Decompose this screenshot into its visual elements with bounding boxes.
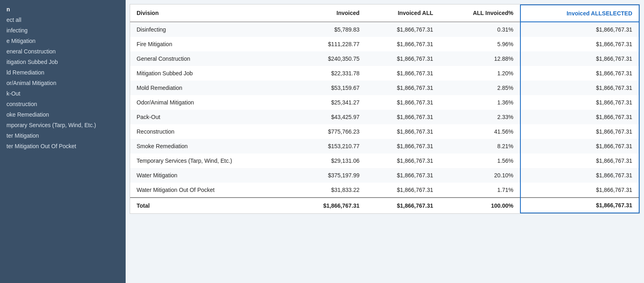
cell-invoiced-all: $1,866,767.31: [366, 139, 440, 153]
total-invoiced-all: $1,866,767.31: [366, 198, 440, 213]
cell-selected: $1,866,767.31: [520, 22, 639, 37]
cell-pct: 0.31%: [440, 22, 520, 37]
main-content: Division Invoiced Invoiced ALL ALL Invoi…: [126, 0, 644, 283]
table-row: Mitigation Subbed Job$22,331.78$1,866,76…: [130, 66, 639, 81]
cell-pct: 2.33%: [440, 110, 520, 124]
cell-invoiced: $29,131.06: [292, 153, 366, 168]
cell-invoiced: $43,425.97: [292, 110, 366, 124]
table-row: Fire Mitigation$111,228.77$1,866,767.315…: [130, 37, 639, 51]
cell-division: Smoke Remediation: [130, 139, 292, 153]
sidebar-item-13[interactable]: ter Mitigation Out Of Pocket: [0, 141, 126, 151]
cell-invoiced: $25,341.27: [292, 95, 366, 110]
sidebar-item-3[interactable]: e Mitigation: [0, 36, 126, 46]
cell-selected: $1,866,767.31: [520, 51, 639, 66]
cell-pct: 1.71%: [440, 183, 520, 198]
cell-invoiced-all: $1,866,767.31: [366, 81, 440, 95]
cell-invoiced-all: $1,866,767.31: [366, 153, 440, 168]
cell-selected: $1,866,767.31: [520, 168, 639, 183]
table-row: Odor/Animal Mitigation$25,341.27$1,866,7…: [130, 95, 639, 110]
cell-division: Pack-Out: [130, 110, 292, 124]
cell-invoiced-all: $1,866,767.31: [366, 66, 440, 81]
col-header-all-invoiced-pct: ALL Invoiced%: [440, 5, 520, 22]
sidebar-item-7[interactable]: or/Animal Mitigation: [0, 78, 126, 88]
total-invoiced: $1,866,767.31: [292, 198, 366, 213]
sidebar-item-8[interactable]: k-Out: [0, 88, 126, 99]
table-row: Water Mitigation Out Of Pocket$31,833.22…: [130, 183, 639, 198]
col-header-invoiced: Invoiced: [292, 5, 366, 22]
cell-selected: $1,866,767.31: [520, 124, 639, 139]
sidebar: nect allinfectinge Mitigationeneral Cons…: [0, 0, 126, 283]
cell-division: Disinfecting: [130, 22, 292, 37]
cell-pct: 12.88%: [440, 51, 520, 66]
total-selected: $1,866,767.31: [520, 198, 639, 213]
cell-pct: 41.56%: [440, 124, 520, 139]
cell-invoiced-all: $1,866,767.31: [366, 124, 440, 139]
cell-division: Water Mitigation Out Of Pocket: [130, 183, 292, 198]
cell-invoiced: $375,197.99: [292, 168, 366, 183]
cell-invoiced-all: $1,866,767.31: [366, 37, 440, 51]
cell-selected: $1,866,767.31: [520, 95, 639, 110]
cell-division: Temporary Services (Tarp, Wind, Etc.): [130, 153, 292, 168]
cell-pct: 5.96%: [440, 37, 520, 51]
cell-selected: $1,866,767.31: [520, 37, 639, 51]
cell-invoiced: $31,833.22: [292, 183, 366, 198]
cell-invoiced-all: $1,866,767.31: [366, 110, 440, 124]
table-total-row: Total$1,866,767.31$1,866,767.31100.00%$1…: [130, 198, 639, 213]
cell-invoiced-all: $1,866,767.31: [366, 51, 440, 66]
col-header-invoiced-all: Invoiced ALL: [366, 5, 440, 22]
cell-pct: 2.85%: [440, 81, 520, 95]
sidebar-item-4[interactable]: eneral Construction: [0, 46, 126, 57]
cell-division: Mitigation Subbed Job: [130, 66, 292, 81]
cell-invoiced: $53,159.67: [292, 81, 366, 95]
cell-invoiced-all: $1,866,767.31: [366, 183, 440, 198]
cell-invoiced: $5,789.83: [292, 22, 366, 37]
cell-division: Reconstruction: [130, 124, 292, 139]
cell-division: General Construction: [130, 51, 292, 66]
cell-invoiced: $111,228.77: [292, 37, 366, 51]
cell-division: Fire Mitigation: [130, 37, 292, 51]
cell-selected: $1,866,767.31: [520, 110, 639, 124]
cell-selected: $1,866,767.31: [520, 183, 639, 198]
cell-invoiced-all: $1,866,767.31: [366, 22, 440, 37]
cell-invoiced: $22,331.78: [292, 66, 366, 81]
table-row: Mold Remediation$53,159.67$1,866,767.312…: [130, 81, 639, 95]
table-row: Reconstruction$775,766.23$1,866,767.3141…: [130, 124, 639, 139]
cell-selected: $1,866,767.31: [520, 139, 639, 153]
cell-selected: $1,866,767.31: [520, 153, 639, 168]
cell-pct: 8.21%: [440, 139, 520, 153]
cell-invoiced: $153,210.77: [292, 139, 366, 153]
cell-division: Odor/Animal Mitigation: [130, 95, 292, 110]
cell-pct: 1.36%: [440, 95, 520, 110]
table-row: General Construction$240,350.75$1,866,76…: [130, 51, 639, 66]
total-label: Total: [130, 198, 292, 213]
cell-pct: 1.20%: [440, 66, 520, 81]
sidebar-item-10[interactable]: oke Remediation: [0, 109, 126, 120]
cell-division: Mold Remediation: [130, 81, 292, 95]
table-row: Water Mitigation$375,197.99$1,866,767.31…: [130, 168, 639, 183]
table-row: Pack-Out$43,425.97$1,866,767.312.33%$1,8…: [130, 110, 639, 124]
sidebar-item-1[interactable]: ect all: [0, 15, 126, 25]
cell-pct: 20.10%: [440, 168, 520, 183]
col-header-invoiced-all-selected: Invoiced ALLSELECTED: [520, 5, 639, 22]
data-table: Division Invoiced Invoiced ALL ALL Invoi…: [130, 4, 640, 213]
sidebar-item-2[interactable]: infecting: [0, 25, 126, 36]
cell-invoiced: $240,350.75: [292, 51, 366, 66]
cell-pct: 1.56%: [440, 153, 520, 168]
cell-selected: $1,866,767.31: [520, 66, 639, 81]
cell-invoiced: $775,766.23: [292, 124, 366, 139]
table-row: Disinfecting$5,789.83$1,866,767.310.31%$…: [130, 22, 639, 37]
sidebar-item-6[interactable]: ld Remediation: [0, 67, 126, 78]
sidebar-item-11[interactable]: mporary Services (Tarp, Wind, Etc.): [0, 120, 126, 130]
table-row: Smoke Remediation$153,210.77$1,866,767.3…: [130, 139, 639, 153]
sidebar-item-5[interactable]: itigation Subbed Job: [0, 57, 126, 67]
total-pct: 100.00%: [440, 198, 520, 213]
sidebar-item-9[interactable]: construction: [0, 99, 126, 109]
cell-selected: $1,866,767.31: [520, 81, 639, 95]
data-table-wrapper: Division Invoiced Invoiced ALL ALL Invoi…: [130, 4, 640, 214]
cell-invoiced-all: $1,866,767.31: [366, 168, 440, 183]
col-header-division: Division: [130, 5, 292, 22]
table-row: Temporary Services (Tarp, Wind, Etc.)$29…: [130, 153, 639, 168]
cell-invoiced-all: $1,866,767.31: [366, 95, 440, 110]
sidebar-item-0[interactable]: n: [0, 4, 126, 15]
sidebar-item-12[interactable]: ter Mitigation: [0, 130, 126, 141]
